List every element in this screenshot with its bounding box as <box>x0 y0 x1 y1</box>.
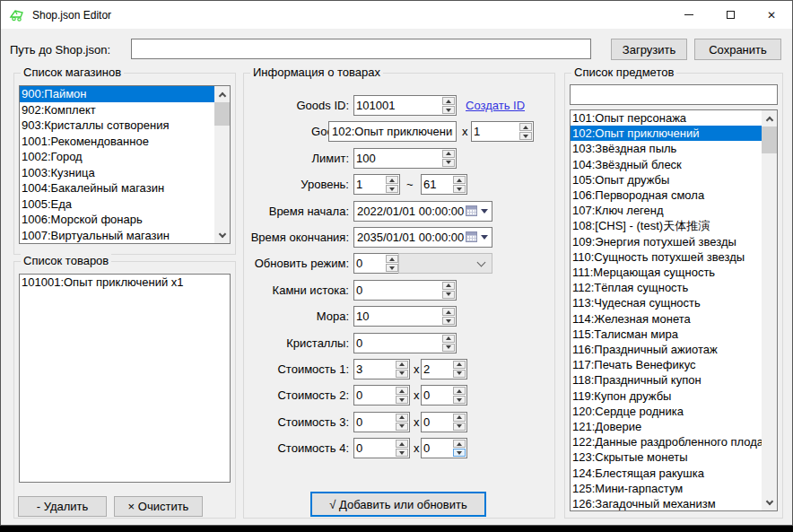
shop-list-item[interactable]: 1006:Морской фонарь <box>20 212 214 228</box>
cost-id-spinner[interactable] <box>353 385 410 406</box>
spin-up-icon[interactable] <box>453 176 466 184</box>
spin-down-icon[interactable] <box>453 423 466 431</box>
spin-down-icon[interactable] <box>442 106 455 114</box>
refresh-mode-spinner[interactable] <box>353 253 400 274</box>
item-list-item[interactable]: 102:Опыт приключений <box>571 126 762 141</box>
refresh-mode-input[interactable] <box>354 254 385 273</box>
item-list-item[interactable]: 112:Тёплая сущность <box>571 280 762 295</box>
spin-down-icon[interactable] <box>453 449 466 457</box>
cost-count-input[interactable] <box>422 413 452 432</box>
shop-list-item[interactable]: 1001:Рекомендованное <box>20 134 214 150</box>
scroll-up-icon[interactable] <box>214 86 230 101</box>
scroll-up-icon[interactable] <box>762 110 777 126</box>
spin-up-icon[interactable] <box>453 387 466 395</box>
cost-id-input[interactable] <box>354 439 395 458</box>
spin-down-icon[interactable] <box>396 396 408 404</box>
shop-list-item[interactable]: 900:Паймон <box>20 86 214 102</box>
item-list-item[interactable]: 115:Талисман мира <box>571 327 762 342</box>
cost-id-spinner[interactable] <box>353 412 410 432</box>
item-list-item[interactable]: 105:Опыт дружбы <box>571 172 762 188</box>
goods-id-input[interactable] <box>354 96 441 115</box>
item-list-item[interactable]: 111:Мерцающая сущность <box>571 265 762 280</box>
begin-time-picker[interactable]: 2022/01/01 00:00:00 <box>353 201 492 222</box>
cost-count-spinner[interactable] <box>421 359 467 379</box>
cost-id-input[interactable] <box>354 413 395 432</box>
cart-list[interactable]: 101001:Опыт приключений x1 <box>19 274 231 483</box>
cart-list-item[interactable]: 101001:Опыт приключений x1 <box>20 275 230 291</box>
spin-down-icon[interactable] <box>519 132 532 140</box>
item-list-item[interactable]: 114:Железная монета <box>571 311 762 327</box>
create-id-link[interactable]: Создать ID <box>466 99 525 112</box>
shop-list-item[interactable]: 1002:Город <box>20 149 214 165</box>
scroll-down-icon[interactable] <box>214 228 230 243</box>
spin-up-icon[interactable] <box>442 97 455 105</box>
level-max-spinner[interactable] <box>421 174 467 195</box>
item-list-item[interactable]: 124:Блестящая ракушка <box>571 466 762 481</box>
scroll-down-icon[interactable] <box>762 495 777 510</box>
item-list-item[interactable]: 120:Сердце родника <box>571 404 762 419</box>
maximize-button[interactable] <box>710 1 751 29</box>
spin-up-icon[interactable] <box>453 361 466 369</box>
level-min-input[interactable] <box>354 175 385 194</box>
item-list-item[interactable]: 107:Ключ легенд <box>571 203 762 218</box>
dropdown-arrow-icon[interactable] <box>481 235 488 240</box>
spin-down-icon[interactable] <box>396 370 408 378</box>
spin-up-icon[interactable] <box>396 414 408 422</box>
spin-down-icon[interactable] <box>442 159 455 167</box>
item-list-item[interactable]: 117:Печать Венефикус <box>571 357 762 372</box>
shops-list[interactable]: 900:Паймон902:Комплект903:Кристаллы сотв… <box>19 85 231 244</box>
item-list-item[interactable]: 110:Сущность потухшей звезды <box>571 249 762 265</box>
cost-count-spinner[interactable] <box>421 438 467 458</box>
scroll-thumb[interactable] <box>762 126 777 153</box>
delete-button[interactable]: - Удалить <box>18 496 107 517</box>
limit-spinner[interactable] <box>353 148 457 169</box>
shop-list-item[interactable]: 902:Комплект <box>20 102 214 118</box>
dropdown-arrow-icon[interactable] <box>481 209 488 214</box>
level-min-spinner[interactable] <box>353 174 400 195</box>
clear-button[interactable]: × Очистить <box>114 496 203 517</box>
cost-count-input[interactable] <box>422 386 452 405</box>
item-list-item[interactable]: 118:Праздничный купон <box>571 372 762 388</box>
item-list-item[interactable]: 119:Купон дружбы <box>571 388 762 404</box>
refresh-mode-combobox[interactable] <box>398 253 492 274</box>
item-list-item[interactable]: 121:Доверие <box>571 419 762 434</box>
items-list[interactable]: 101:Опыт персонажа102:Опыт приключений10… <box>570 109 778 511</box>
shop-list-item[interactable]: 1007:Виртуальный магазин <box>20 228 214 244</box>
spin-up-icon[interactable] <box>442 150 455 158</box>
item-list-item[interactable]: 122:Данные раздробленного плода <box>571 434 762 449</box>
spin-down-icon[interactable] <box>453 396 466 404</box>
cost-id-input[interactable] <box>354 360 395 379</box>
shop-list-item[interactable]: 1003:Кузница <box>20 165 214 181</box>
goods-id-spinner[interactable] <box>353 95 457 116</box>
items-scrollbar[interactable] <box>762 110 777 510</box>
goods-count-spinner[interactable] <box>471 121 534 142</box>
item-list-item[interactable]: 125:Мини-гарпастум <box>571 481 762 496</box>
spin-down-icon[interactable] <box>386 185 398 193</box>
item-list-item[interactable]: 126:Загадочный механизм <box>571 496 762 510</box>
crystal-input[interactable] <box>354 334 441 353</box>
goods-input[interactable] <box>328 121 457 142</box>
spin-up-icon[interactable] <box>396 387 408 395</box>
spin-up-icon[interactable] <box>442 308 455 316</box>
spin-down-icon[interactable] <box>442 344 455 352</box>
spin-down-icon[interactable] <box>453 185 466 193</box>
spin-up-icon[interactable] <box>453 440 466 448</box>
end-time-picker[interactable]: 2035/01/01 00:00:00 <box>353 227 492 248</box>
limit-input[interactable] <box>354 149 441 168</box>
cost-count-spinner[interactable] <box>421 412 467 432</box>
item-list-item[interactable]: 113:Чудесная сущность <box>571 295 762 310</box>
spin-up-icon[interactable] <box>386 255 398 263</box>
mora-spinner[interactable] <box>353 306 457 327</box>
cost-id-input[interactable] <box>354 386 395 405</box>
item-list-item[interactable]: 104:Звёздный блеск <box>571 157 762 172</box>
cost-count-input[interactable] <box>422 439 452 458</box>
spin-up-icon[interactable] <box>442 335 455 343</box>
primogem-input[interactable] <box>354 281 441 300</box>
spin-down-icon[interactable] <box>396 423 408 431</box>
item-list-item[interactable]: 109:Энергия потухшей звезды <box>571 234 762 249</box>
item-search-input[interactable] <box>570 84 778 105</box>
shop-list-item[interactable]: 903:Кристаллы сотворения <box>20 118 214 134</box>
spin-down-icon[interactable] <box>442 291 455 299</box>
spin-down-icon[interactable] <box>442 317 455 325</box>
item-list-item[interactable]: 108:[CHS] - (test)天体推演 <box>571 218 762 233</box>
